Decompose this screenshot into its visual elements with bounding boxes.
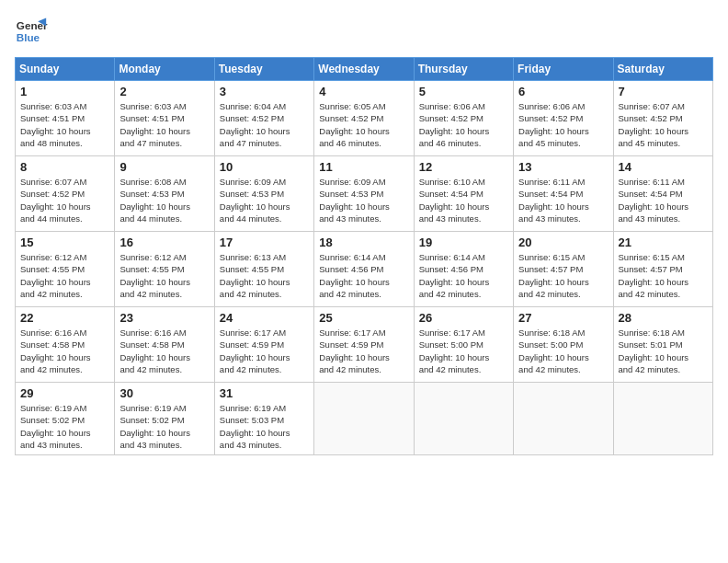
day-number: 21 xyxy=(619,236,708,249)
day-info: Sunrise: 6:03 AMSunset: 4:51 PMDaylight:… xyxy=(119,100,209,149)
day-number: 2 xyxy=(119,85,209,98)
calendar-cell: 19Sunrise: 6:14 AMSunset: 4:56 PMDayligh… xyxy=(414,232,513,307)
day-info: Sunrise: 6:06 AMSunset: 4:52 PMDaylight:… xyxy=(518,100,608,149)
day-info: Sunrise: 6:17 AMSunset: 4:59 PMDaylight:… xyxy=(220,327,309,375)
calendar-cell: 31Sunrise: 6:19 AMSunset: 5:03 PMDayligh… xyxy=(214,383,313,455)
day-info: Sunrise: 6:12 AMSunset: 4:55 PMDaylight:… xyxy=(20,251,109,300)
day-info: Sunrise: 6:14 AMSunset: 4:56 PMDaylight:… xyxy=(319,251,408,300)
weekday-header-tuesday: Tuesday xyxy=(214,58,313,81)
day-info: Sunrise: 6:19 AMSunset: 5:02 PMDaylight:… xyxy=(119,402,209,451)
day-number: 24 xyxy=(220,311,309,325)
calendar-cell: 17Sunrise: 6:13 AMSunset: 4:55 PMDayligh… xyxy=(214,232,313,307)
day-info: Sunrise: 6:08 AMSunset: 4:53 PMDaylight:… xyxy=(119,176,209,224)
svg-text:Blue: Blue xyxy=(17,31,40,43)
day-info: Sunrise: 6:07 AMSunset: 4:52 PMDaylight:… xyxy=(20,176,109,224)
calendar-cell: 24Sunrise: 6:17 AMSunset: 4:59 PMDayligh… xyxy=(214,307,313,383)
calendar-cell: 22Sunrise: 6:16 AMSunset: 4:58 PMDayligh… xyxy=(16,307,115,383)
calendar-cell: 15Sunrise: 6:12 AMSunset: 4:55 PMDayligh… xyxy=(16,232,115,307)
day-number: 13 xyxy=(518,160,608,174)
calendar-cell xyxy=(613,383,712,455)
calendar-cell: 28Sunrise: 6:18 AMSunset: 5:01 PMDayligh… xyxy=(613,307,712,383)
day-number: 14 xyxy=(619,160,708,174)
day-info: Sunrise: 6:03 AMSunset: 4:51 PMDaylight:… xyxy=(20,100,109,149)
day-number: 30 xyxy=(119,386,209,400)
weekday-header-monday: Monday xyxy=(115,58,214,81)
day-number: 10 xyxy=(220,160,309,174)
calendar-cell: 23Sunrise: 6:16 AMSunset: 4:58 PMDayligh… xyxy=(115,307,214,383)
calendar-cell: 20Sunrise: 6:15 AMSunset: 4:57 PMDayligh… xyxy=(514,232,613,307)
weekday-header-wednesday: Wednesday xyxy=(314,58,414,81)
day-number: 19 xyxy=(419,236,508,249)
day-number: 1 xyxy=(20,85,109,98)
day-number: 7 xyxy=(619,85,708,98)
day-number: 11 xyxy=(319,160,408,174)
calendar-cell: 8Sunrise: 6:07 AMSunset: 4:52 PMDaylight… xyxy=(16,156,115,232)
calendar-cell: 5Sunrise: 6:06 AMSunset: 4:52 PMDaylight… xyxy=(414,81,513,156)
day-number: 27 xyxy=(518,311,608,325)
calendar-cell: 1Sunrise: 6:03 AMSunset: 4:51 PMDaylight… xyxy=(16,81,115,156)
day-number: 6 xyxy=(518,85,608,98)
calendar-cell: 18Sunrise: 6:14 AMSunset: 4:56 PMDayligh… xyxy=(314,232,414,307)
weekday-header-saturday: Saturday xyxy=(613,58,712,81)
calendar-cell: 10Sunrise: 6:09 AMSunset: 4:53 PMDayligh… xyxy=(214,156,313,232)
calendar-table: SundayMondayTuesdayWednesdayThursdayFrid… xyxy=(15,57,713,455)
calendar-cell: 3Sunrise: 6:04 AMSunset: 4:52 PMDaylight… xyxy=(214,81,313,156)
weekday-header-thursday: Thursday xyxy=(414,58,513,81)
weekday-header-friday: Friday xyxy=(514,58,613,81)
day-info: Sunrise: 6:17 AMSunset: 4:59 PMDaylight:… xyxy=(319,327,408,375)
calendar-cell: 14Sunrise: 6:11 AMSunset: 4:54 PMDayligh… xyxy=(613,156,712,232)
calendar-cell: 13Sunrise: 6:11 AMSunset: 4:54 PMDayligh… xyxy=(514,156,613,232)
day-number: 28 xyxy=(619,311,708,325)
day-info: Sunrise: 6:16 AMSunset: 4:58 PMDaylight:… xyxy=(119,327,209,375)
day-info: Sunrise: 6:18 AMSunset: 5:00 PMDaylight:… xyxy=(518,327,608,375)
day-info: Sunrise: 6:15 AMSunset: 4:57 PMDaylight:… xyxy=(619,251,708,300)
calendar-cell: 12Sunrise: 6:10 AMSunset: 4:54 PMDayligh… xyxy=(414,156,513,232)
calendar-cell: 21Sunrise: 6:15 AMSunset: 4:57 PMDayligh… xyxy=(613,232,712,307)
calendar-cell: 25Sunrise: 6:17 AMSunset: 4:59 PMDayligh… xyxy=(314,307,414,383)
calendar-cell: 9Sunrise: 6:08 AMSunset: 4:53 PMDaylight… xyxy=(115,156,214,232)
day-info: Sunrise: 6:06 AMSunset: 4:52 PMDaylight:… xyxy=(419,100,508,149)
day-info: Sunrise: 6:19 AMSunset: 5:02 PMDaylight:… xyxy=(20,402,109,451)
day-number: 22 xyxy=(20,311,109,325)
calendar-cell: 26Sunrise: 6:17 AMSunset: 5:00 PMDayligh… xyxy=(414,307,513,383)
weekday-header-sunday: Sunday xyxy=(16,58,115,81)
day-info: Sunrise: 6:11 AMSunset: 4:54 PMDaylight:… xyxy=(518,176,608,224)
day-number: 25 xyxy=(319,311,408,325)
logo: General Blue xyxy=(15,15,48,48)
day-number: 8 xyxy=(20,160,109,174)
calendar-cell xyxy=(514,383,613,455)
calendar-cell: 11Sunrise: 6:09 AMSunset: 4:53 PMDayligh… xyxy=(314,156,414,232)
day-info: Sunrise: 6:19 AMSunset: 5:03 PMDaylight:… xyxy=(220,402,309,451)
day-number: 15 xyxy=(20,236,109,249)
day-number: 31 xyxy=(220,386,309,400)
day-info: Sunrise: 6:05 AMSunset: 4:52 PMDaylight:… xyxy=(319,100,408,149)
calendar-cell xyxy=(414,383,513,455)
day-info: Sunrise: 6:09 AMSunset: 4:53 PMDaylight:… xyxy=(220,176,309,224)
calendar-cell: 27Sunrise: 6:18 AMSunset: 5:00 PMDayligh… xyxy=(514,307,613,383)
calendar-cell: 16Sunrise: 6:12 AMSunset: 4:55 PMDayligh… xyxy=(115,232,214,307)
day-info: Sunrise: 6:07 AMSunset: 4:52 PMDaylight:… xyxy=(619,100,708,149)
day-number: 20 xyxy=(518,236,608,249)
calendar-cell: 29Sunrise: 6:19 AMSunset: 5:02 PMDayligh… xyxy=(16,383,115,455)
day-number: 9 xyxy=(119,160,209,174)
day-info: Sunrise: 6:11 AMSunset: 4:54 PMDaylight:… xyxy=(619,176,708,224)
day-number: 23 xyxy=(119,311,209,325)
day-number: 12 xyxy=(419,160,508,174)
day-info: Sunrise: 6:14 AMSunset: 4:56 PMDaylight:… xyxy=(419,251,508,300)
page-header: General Blue xyxy=(15,15,713,48)
day-info: Sunrise: 6:12 AMSunset: 4:55 PMDaylight:… xyxy=(119,251,209,300)
day-info: Sunrise: 6:16 AMSunset: 4:58 PMDaylight:… xyxy=(20,327,109,375)
day-number: 26 xyxy=(419,311,508,325)
day-info: Sunrise: 6:04 AMSunset: 4:52 PMDaylight:… xyxy=(220,100,309,149)
day-info: Sunrise: 6:17 AMSunset: 5:00 PMDaylight:… xyxy=(419,327,508,375)
day-info: Sunrise: 6:18 AMSunset: 5:01 PMDaylight:… xyxy=(619,327,708,375)
day-info: Sunrise: 6:10 AMSunset: 4:54 PMDaylight:… xyxy=(419,176,508,224)
day-number: 17 xyxy=(220,236,309,249)
day-number: 29 xyxy=(20,386,109,400)
day-info: Sunrise: 6:09 AMSunset: 4:53 PMDaylight:… xyxy=(319,176,408,224)
calendar-cell: 2Sunrise: 6:03 AMSunset: 4:51 PMDaylight… xyxy=(115,81,214,156)
day-number: 18 xyxy=(319,236,408,249)
calendar-cell: 30Sunrise: 6:19 AMSunset: 5:02 PMDayligh… xyxy=(115,383,214,455)
day-info: Sunrise: 6:13 AMSunset: 4:55 PMDaylight:… xyxy=(220,251,309,300)
day-number: 5 xyxy=(419,85,508,98)
